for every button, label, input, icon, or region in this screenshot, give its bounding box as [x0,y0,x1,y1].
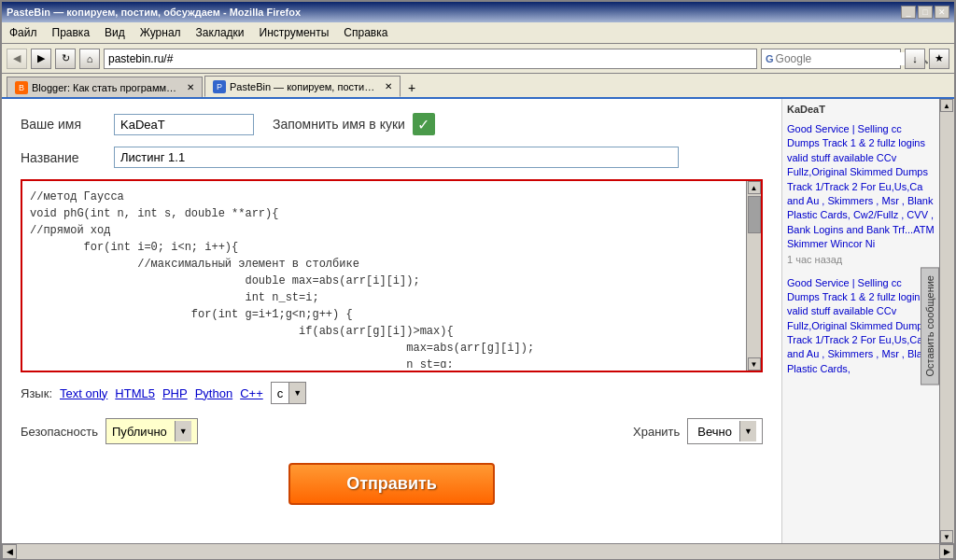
menu-history[interactable]: Журнал [133,24,189,41]
lang-option-php[interactable]: PHP [162,386,188,400]
toolbar: ◀ ▶ ↻ ⌂ G 🔍 ↓ ★ [2,44,954,74]
title-label: Название [21,150,114,165]
title-input[interactable] [114,147,679,168]
h-scroll-right[interactable]: ▶ [939,544,954,559]
sidebar-scrollbar: ▲ ▼ [939,99,954,543]
name-row: Ваше имя Запомнить имя в куки ✓ [21,113,763,135]
name-label: Ваше имя [21,117,114,132]
lang-select[interactable]: с ▼ [271,382,307,404]
tab-favicon-pastebin: P [213,80,226,93]
code-area-wrapper: //метод Гаусса void phG(int n, int s, do… [21,179,763,372]
maximize-button[interactable]: □ [918,6,933,19]
security-left: Безопасность Публично ▼ [21,418,198,444]
lang-option-cpp[interactable]: C++ [240,386,263,400]
security-row: Безопасность Публично ▼ Хранить Вечно ▼ [21,418,763,444]
window-title: PasteBin — копируем, постим, обсуждаем -… [7,7,301,18]
sidebar-scroll-up[interactable]: ▲ [940,99,953,112]
security-dropdown-arrow[interactable]: ▼ [175,421,191,441]
sidebar-post-2-link[interactable]: Good Service | Selling cc Dumps Track 1 … [787,276,935,377]
search-input[interactable] [776,52,916,65]
h-scroll-left[interactable]: ◀ [2,544,17,559]
lang-option-html5[interactable]: HTML5 [115,386,155,400]
content-area: Ваше имя Запомнить имя в куки ✓ Название… [2,99,954,543]
refresh-button[interactable]: ↻ [55,49,76,69]
title-bar: PasteBin — копируем, постим, обсуждаем -… [2,2,954,22]
menu-bar: Файл Правка Вид Журнал Закладки Инструме… [2,22,954,44]
address-bar [104,49,757,69]
tab-close-blogger[interactable]: ✕ [187,82,194,92]
menu-bookmarks[interactable]: Закладки [189,24,252,41]
google-icon: G [766,53,774,64]
lang-option-python[interactable]: Python [195,386,232,400]
menu-help[interactable]: Справка [336,24,395,41]
tab-pastebin[interactable]: P PasteBin — копируем, постим, обсужда..… [204,76,401,97]
code-scrollbar: ▲ ▼ [746,181,761,371]
remember-checkbox[interactable]: ✓ [413,113,435,135]
h-scroll-track [17,544,939,559]
sidebar-username: KaDeaT [787,104,935,115]
browser-window: PasteBin — копируем, постим, обсуждаем -… [0,0,956,560]
title-row: Название [21,147,763,168]
leave-message-tab[interactable]: Оставить сообщение [921,267,939,385]
submit-button[interactable]: Отправить [288,463,495,505]
code-textarea[interactable]: //метод Гаусса void phG(int n, int s, do… [22,181,746,368]
menu-edit[interactable]: Правка [45,24,98,41]
sidebar-post-1-link[interactable]: Good Service | Selling cc Dumps Track 1 … [787,122,935,252]
home-button[interactable]: ⌂ [79,49,100,69]
lang-row: Язык: Text only HTML5 PHP Python C++ с ▼ [21,382,763,404]
storage-label: Хранить [633,425,680,439]
window-controls: _ □ ✕ [901,6,949,19]
tab-label-blogger: Blogger: Как стать программистом — Но... [32,82,181,93]
sidebar-scroll-down[interactable]: ▼ [940,530,953,543]
tab-favicon-blogger: B [15,81,28,94]
scroll-up-button[interactable]: ▲ [748,181,761,194]
storage-select[interactable]: Вечно ▼ [687,418,763,444]
remember-label: Запомнить имя в куки [273,117,405,132]
horizontal-scrollbar: ◀ ▶ [2,543,954,558]
scroll-down-button[interactable]: ▼ [748,357,761,371]
menu-tools[interactable]: Инструменты [252,24,337,41]
lang-option-textonly[interactable]: Text only [60,386,107,400]
sidebar-scroll-track [940,112,954,530]
main-content: Ваше имя Запомнить имя в куки ✓ Название… [2,99,781,543]
sidebar-post-1-time: 1 час назад [787,254,935,265]
lang-label: Язык: [21,386,52,400]
minimize-button[interactable]: _ [901,6,916,19]
search-bar: G 🔍 [761,49,901,69]
tabs-bar: B Blogger: Как стать программистом — Но.… [2,74,954,99]
back-button[interactable]: ◀ [7,49,27,69]
security-value: Публично [112,425,167,439]
lang-dropdown-arrow[interactable]: ▼ [288,383,305,403]
menu-file[interactable]: Файл [2,24,45,41]
scroll-thumb[interactable] [748,196,761,233]
tab-close-pastebin[interactable]: ✕ [385,81,392,91]
storage-dropdown-arrow[interactable]: ▼ [739,421,756,441]
security-select[interactable]: Публично ▼ [105,418,198,444]
security-label: Безопасность [21,425,98,439]
close-button[interactable]: ✕ [935,6,949,19]
menu-view[interactable]: Вид [97,24,133,41]
name-input[interactable] [114,114,254,135]
tab-label-pastebin: PasteBin — копируем, постим, обсужда... [230,81,379,92]
download-button[interactable]: ↓ [905,49,925,69]
tab-blogger[interactable]: B Blogger: Как стать программистом — Но.… [7,77,203,97]
storage-value: Вечно [694,423,736,441]
forward-button[interactable]: ▶ [31,49,51,69]
remember-area: Запомнить имя в куки ✓ [273,113,435,135]
lang-selected-value: с [272,385,289,402]
new-tab-button[interactable]: + [402,78,421,97]
right-sidebar: KaDeaT Good Service | Selling cc Dumps T… [781,99,954,543]
bookmark-button[interactable]: ★ [929,49,949,69]
storage-right: Хранить Вечно ▼ [633,418,763,444]
address-input[interactable] [108,52,752,65]
